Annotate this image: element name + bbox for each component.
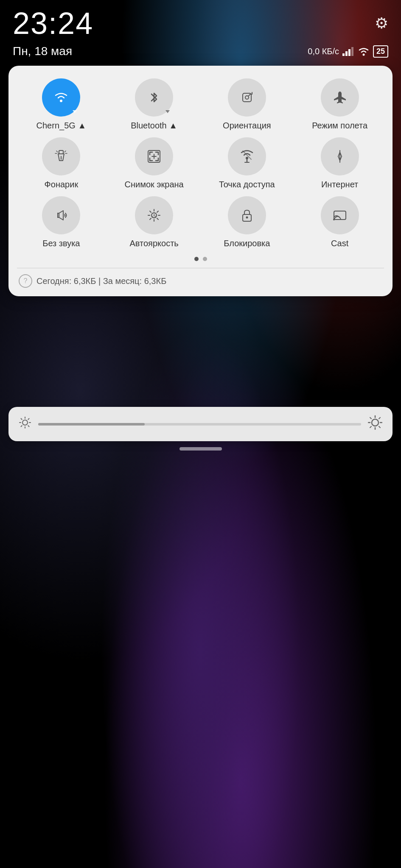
svg-line-56 (379, 417, 380, 419)
brightness-track[interactable] (38, 423, 361, 426)
svg-rect-3 (351, 47, 353, 56)
svg-line-48 (21, 426, 22, 426)
battery-badge: 25 (373, 45, 388, 58)
qs-lock-circle (228, 196, 266, 234)
clock: 23:24 (13, 8, 93, 39)
qs-lock[interactable]: Блокировка (203, 196, 292, 248)
autobrightness-icon: A (146, 208, 162, 223)
qs-autobrightness[interactable]: A Автояркость (110, 196, 199, 248)
svg-line-47 (28, 419, 29, 420)
svg-line-31 (150, 211, 151, 212)
cast-icon (332, 208, 348, 223)
svg-text:A: A (152, 212, 156, 218)
network-speed: 0,0 КБ/с (308, 47, 339, 56)
svg-point-49 (372, 419, 379, 426)
qs-screenshot-circle (135, 137, 173, 175)
settings-icon[interactable]: ⚙ (375, 14, 388, 32)
qs-data-usage-text: Сегодня: 6,3КБ | За месяц: 6,3КБ (36, 276, 166, 286)
qs-hotspot[interactable]: Точка доступа (203, 137, 292, 189)
svg-point-5 (60, 100, 62, 102)
qs-orientation-label: Ориентация (223, 121, 271, 131)
svg-line-12 (64, 151, 66, 152)
qs-flashlight[interactable]: Фонарик (17, 137, 106, 189)
svg-point-37 (246, 217, 248, 219)
qs-cast-label: Cast (331, 239, 348, 248)
qs-lock-label: Блокировка (224, 239, 270, 248)
brightness-low-icon (19, 416, 31, 432)
qs-cast-circle (321, 196, 359, 234)
qs-silent-label: Без звука (42, 239, 80, 248)
svg-rect-0 (342, 53, 345, 56)
qs-silent-circle (42, 196, 80, 234)
wifi-status-icon (358, 47, 370, 56)
svg-rect-9 (59, 150, 63, 154)
qs-orientation[interactable]: Ориентация (203, 78, 292, 131)
svg-rect-2 (348, 49, 351, 56)
qs-divider (17, 268, 384, 268)
bt-arrow (165, 110, 170, 113)
svg-point-39 (333, 219, 335, 220)
svg-line-34 (150, 218, 151, 220)
qs-flashlight-circle (42, 137, 80, 175)
qs-autobrightness-label: Автояркость (130, 239, 179, 248)
silent-icon (53, 208, 69, 223)
qs-dot-2[interactable] (203, 257, 207, 261)
svg-point-40 (22, 420, 28, 425)
svg-line-55 (379, 426, 380, 428)
svg-line-45 (21, 419, 22, 420)
qs-internet[interactable]: Интернет (295, 137, 384, 189)
qs-orientation-circle (228, 78, 266, 117)
qs-airplane-label: Режим полета (312, 121, 367, 131)
qs-data-usage: ? Сегодня: 6,3КБ | За месяц: 6,3КБ (17, 274, 384, 288)
bluetooth-icon (146, 90, 162, 105)
svg-line-32 (157, 218, 158, 220)
status-date-row: Пн, 18 мая 0,0 КБ/с 25 (13, 45, 388, 58)
svg-line-46 (28, 426, 29, 426)
wifi-icon (53, 90, 69, 105)
svg-point-4 (362, 54, 365, 56)
internet-icon (332, 149, 348, 164)
svg-line-11 (56, 151, 58, 152)
status-bar: 23:24 ⚙ (0, 0, 401, 42)
qs-bluetooth-label: Bluetooth ▲ (131, 121, 177, 131)
qs-bluetooth[interactable]: Bluetooth ▲ (110, 78, 199, 131)
wifi-arrow (73, 110, 77, 113)
qs-hotspot-circle (228, 137, 266, 175)
status-right-icons: ⚙ (375, 14, 388, 32)
qs-screenshot[interactable]: Снимок экрана (110, 137, 199, 189)
status-indicators: 0,0 КБ/с 25 (308, 45, 388, 58)
quick-settings-grid: Chern_5G ▲ Bluetooth ▲ (17, 78, 384, 248)
qs-airplane[interactable]: Режим полета (295, 78, 384, 131)
qs-dot-1[interactable] (194, 257, 199, 261)
qs-screenshot-label: Снимок экрана (125, 180, 184, 189)
airplane-icon (332, 90, 348, 105)
flashlight-icon (53, 149, 69, 164)
hotspot-icon (239, 149, 255, 164)
qs-internet-circle (321, 137, 359, 175)
qs-flashlight-label: Фонарик (45, 180, 79, 189)
qs-wifi-label: Chern_5G ▲ (36, 121, 87, 131)
signal-icon (342, 47, 354, 56)
svg-line-54 (370, 417, 371, 419)
qs-autobrightness-circle: A (135, 196, 173, 234)
qs-wifi[interactable]: Chern_5G ▲ (17, 78, 106, 131)
qs-cast[interactable]: Cast (295, 196, 384, 248)
qs-airplane-circle (321, 78, 359, 117)
qs-silent[interactable]: Без звука (17, 196, 106, 248)
qs-bluetooth-circle (135, 78, 173, 117)
data-usage-icon: ? (19, 274, 32, 288)
qs-pagination-dots (17, 257, 384, 261)
battery-level: 25 (376, 47, 385, 56)
status-date: Пн, 18 мая (13, 45, 72, 58)
screenshot-icon (146, 149, 162, 164)
qs-wifi-circle (42, 78, 80, 117)
handle-bar[interactable] (179, 447, 222, 451)
lock-icon (239, 208, 255, 223)
brightness-panel (8, 407, 393, 441)
qs-internet-label: Интернет (321, 180, 358, 189)
quick-settings-panel: Chern_5G ▲ Bluetooth ▲ (8, 66, 393, 296)
brightness-high-icon (368, 415, 382, 433)
qs-hotspot-label: Точка доступа (219, 180, 275, 189)
svg-line-33 (157, 211, 158, 212)
svg-line-57 (370, 426, 371, 428)
